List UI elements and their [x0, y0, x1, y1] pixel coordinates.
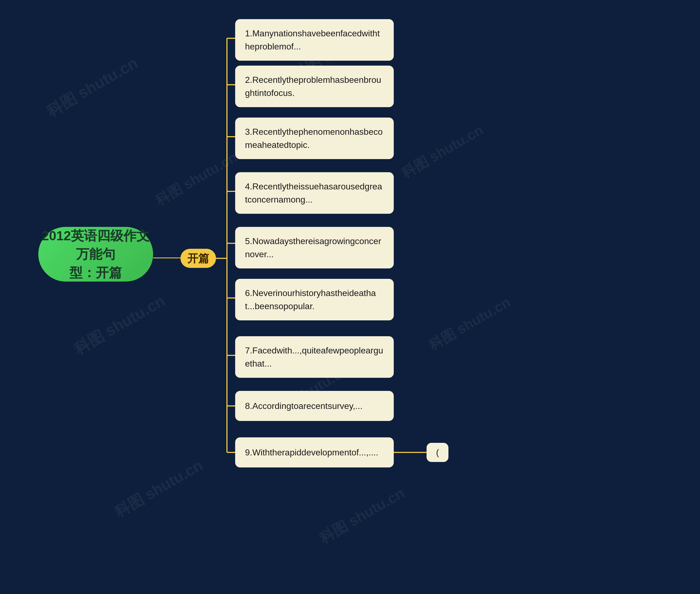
branch-node-6-text: 6.Neverinourhistoryhastheideathat...been…	[245, 287, 384, 313]
branch-node-9[interactable]: 9.Withtherapiddevelopmentof...,....	[235, 437, 394, 467]
branch-node-4-text: 4.Recentlytheissuehasarousedgreatconcern…	[245, 180, 384, 206]
branch-node-4[interactable]: 4.Recentlytheissuehasarousedgreatconcern…	[235, 172, 394, 214]
middle-node-label: 开篇	[187, 251, 209, 266]
branch-node-5[interactable]: 5.Nowadaysthereisagrowingconcernover...	[235, 227, 394, 268]
extra-node-9[interactable]: (	[426, 443, 448, 462]
root-node[interactable]: 2012英语四级作文万能句型：开篇	[38, 227, 153, 282]
branch-node-1[interactable]: 1.Manynationshavebeenfacedwiththeproblem…	[235, 19, 394, 61]
branch-node-7[interactable]: 7.Facedwith...,quiteafewpeoplearguethat.…	[235, 336, 394, 378]
connector-root-middle	[153, 258, 182, 258]
branch-node-9-text: 9.Withtherapiddevelopmentof...,....	[245, 446, 378, 459]
watermark-2: 科图 shutu.cn	[152, 148, 241, 210]
branch-node-1-text: 1.Manynationshavebeenfacedwiththeproblem…	[245, 27, 384, 53]
branch-node-3[interactable]: 3.Recentlythephenomenonhasbecomeaheatedt…	[235, 118, 394, 159]
branch-node-6[interactable]: 6.Neverinourhistoryhastheideathat...been…	[235, 279, 394, 320]
extra-node-9-text: (	[436, 448, 439, 458]
watermark-7: 科图 shutu.cn	[425, 293, 514, 355]
branch-node-8-text: 8.Accordingtoarecentsurvey,...	[245, 399, 362, 412]
watermark-1: 科图 shutu.cn	[43, 53, 142, 122]
root-node-label: 2012英语四级作文万能句型：开篇	[38, 227, 153, 282]
branch-node-7-text: 7.Facedwith...,quiteafewpeoplearguethat.…	[245, 344, 384, 370]
branch-node-5-text: 5.Nowadaysthereisagrowingconcernover...	[245, 235, 384, 261]
watermark-5: 科图 shutu.cn	[70, 290, 169, 360]
watermark-4: 科图 shutu.cn	[398, 121, 487, 183]
branch-node-3-text: 3.Recentlythephenomenonhasbecomeaheatedt…	[245, 125, 384, 152]
watermark-8: 科图 shutu.cn	[111, 455, 207, 522]
branch-node-2[interactable]: 2.Recentlytheproblemhasbeenbroughtintofo…	[235, 66, 394, 107]
branch-node-2-text: 2.Recentlytheproblemhasbeenbroughtintofo…	[245, 73, 384, 99]
branch-node-8[interactable]: 8.Accordingtoarecentsurvey,...	[235, 391, 394, 421]
watermark-9: 科图 shutu.cn	[316, 483, 408, 548]
middle-node[interactable]: 开篇	[181, 249, 216, 268]
